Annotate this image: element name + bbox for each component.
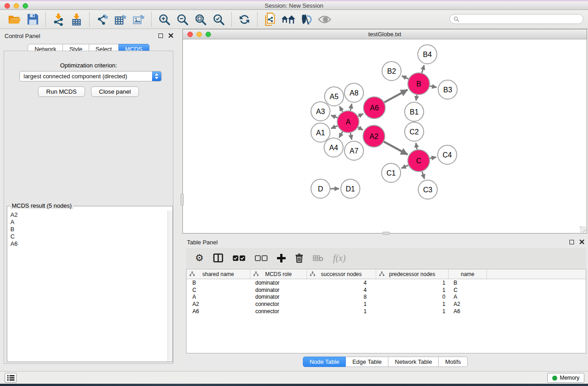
level-of-detail-button[interactable] [316,11,334,28]
mcds-result-item[interactable]: A [10,219,172,226]
import-network-button[interactable] [49,11,67,28]
graph-edge[interactable] [416,143,417,150]
table-row[interactable]: A2connector11A2 [186,300,586,308]
graph-node[interactable]: B3 [438,80,457,99]
zoom-fit-button[interactable] [191,11,210,28]
graph-edge[interactable] [384,142,407,155]
graph-node[interactable]: B1 [405,102,424,121]
graph-node[interactable]: B2 [382,62,401,81]
column-header-MCDS-role[interactable]: MCDS role [250,269,307,279]
graph-node[interactable]: C4 [438,145,457,164]
table-cell[interactable]: A [449,294,487,300]
mcds-result-item[interactable]: B [10,226,172,233]
table-cell[interactable]: A6 [449,308,487,315]
graph-edge[interactable] [430,86,436,87]
table-cell[interactable]: 1 [307,301,376,307]
float-table-panel-icon[interactable] [569,240,574,244]
resize-grip[interactable] [580,226,586,233]
save-session-button[interactable] [24,11,42,28]
graph-edge[interactable] [339,132,343,138]
horizontal-splitter-grip[interactable] [382,232,390,235]
table-row[interactable]: Adominator80A [186,293,586,300]
table-cell[interactable]: dominator [250,287,307,293]
network-canvas[interactable]: B4B2BB3A8A5A6A3B1AC2A1A2A4A7C4CC1C3DD1 [183,39,587,233]
unselect-all-columns-button[interactable] [255,255,268,261]
graph-node[interactable]: A1 [311,123,330,142]
graph-node[interactable]: D1 [341,179,360,198]
graph-edge[interactable] [422,172,424,179]
graph-node[interactable]: A5 [325,87,344,106]
close-table-panel-icon[interactable] [579,239,584,244]
mcds-result-item[interactable]: C [10,233,172,240]
graph-node[interactable]: A6 [363,97,385,119]
table-row[interactable]: Bdominator41B [186,279,586,286]
table-cell[interactable]: 8 [307,294,376,300]
graph-node[interactable]: A4 [324,138,343,157]
table-cell[interactable]: 1 [376,301,449,307]
optimization-criterion-select[interactable]: largest connected component (directed) [19,71,162,81]
table-row[interactable]: Cdominator41C [186,286,586,294]
table-cell[interactable]: B [449,280,487,286]
table-cell[interactable]: 1 [376,287,449,293]
graph-edge[interactable] [339,106,343,112]
table-cell[interactable]: A [186,294,250,300]
export-table-button[interactable] [111,11,129,28]
table-cell[interactable]: A6 [186,308,250,315]
graph-node[interactable]: C2 [405,122,424,141]
refresh-button[interactable] [235,11,253,28]
graph-edge[interactable] [358,114,363,116]
graph-node[interactable]: A8 [344,83,363,102]
graph-node[interactable]: C3 [418,180,437,199]
table-cell[interactable]: 1 [376,280,449,286]
table-cell[interactable]: A2 [449,301,487,307]
table-cell[interactable]: 1 [307,308,376,315]
table-settings-button[interactable]: ⚙ [195,253,204,263]
table-row[interactable]: A6connector11A6 [186,308,586,315]
table-cell[interactable]: connector [250,308,307,315]
close-panel-icon[interactable] [168,33,173,38]
vertical-splitter-grip[interactable] [181,194,184,205]
memory-button[interactable]: Memory [547,373,584,383]
zoom-in-button[interactable] [155,11,173,28]
table-cell[interactable]: 0 [376,294,449,300]
graph-node[interactable]: C1 [382,163,401,182]
column-header-successor-nodes[interactable]: successor nodes [307,269,376,279]
table-cell[interactable]: A2 [186,301,250,307]
table-cell[interactable]: 4 [307,287,376,293]
result-scrollbar[interactable] [167,210,172,362]
import-table-button[interactable] [67,11,86,28]
search-input[interactable] [459,15,583,23]
clone-network-button[interactable] [261,11,279,28]
graph-edge[interactable] [416,95,417,101]
graph-edge[interactable] [402,76,409,79]
graph-edge[interactable] [402,165,408,168]
graph-node[interactable]: A7 [344,141,363,160]
function-builder-button[interactable]: f(x) [333,253,346,263]
tab-edge-table[interactable]: Edge Table [346,357,388,367]
graph-node[interactable]: A2 [363,125,385,147]
tab-node-table[interactable]: Node Table [303,357,346,367]
graph-edge[interactable] [350,104,352,110]
task-history-button[interactable] [5,373,17,383]
graph-node[interactable]: A [337,111,359,133]
graph-edge[interactable] [331,126,337,129]
graph-edge[interactable] [358,127,363,130]
delete-column-button[interactable] [295,253,303,263]
open-session-button[interactable] [5,11,24,28]
tab-motifs[interactable]: Motifs [439,357,468,367]
zoom-out-button[interactable] [173,11,191,28]
select-all-columns-button[interactable] [233,255,245,261]
float-panel-icon[interactable] [158,33,163,38]
column-header-name[interactable]: name [449,269,487,279]
mcds-result-item[interactable]: A6 [10,240,172,248]
graph-edge[interactable] [430,157,436,158]
table-cell[interactable]: 4 [307,280,376,286]
network-graph[interactable]: B4B2BB3A8A5A6A3B1AC2A1A2A4A7C4CC1C3DD1 [183,39,587,233]
home-button[interactable] [279,11,297,28]
graphics-details-button[interactable] [297,11,316,28]
mcds-result-item[interactable]: A2 [10,211,172,219]
graph-edge[interactable] [331,115,337,118]
table-cell[interactable]: B [186,280,250,286]
show-columns-button[interactable] [213,253,223,262]
close-panel-button[interactable]: Close panel [91,86,139,97]
